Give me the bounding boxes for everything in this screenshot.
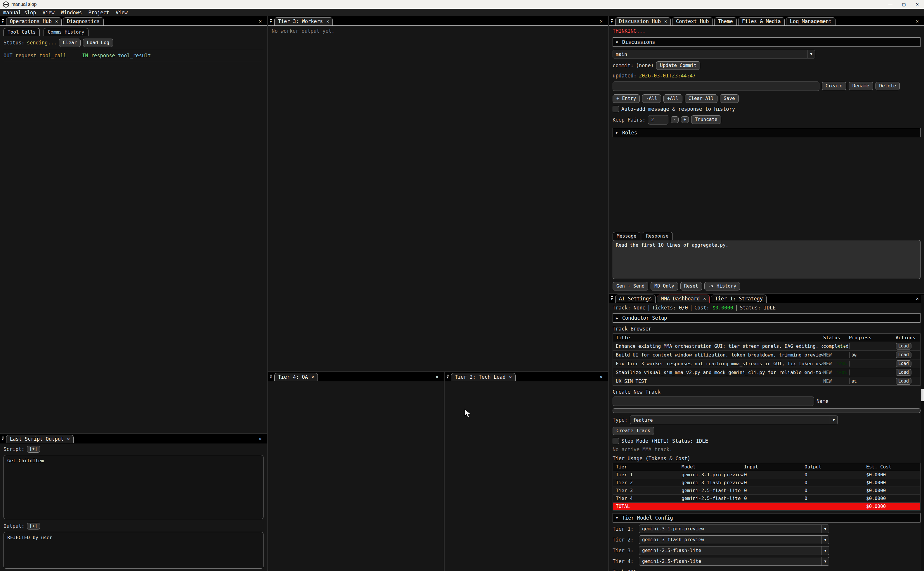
tab-tool-calls[interactable]: Tool Calls — [3, 28, 40, 36]
table-row[interactable]: Stabilize visual_sim_mma_v2.py and mock_… — [613, 368, 920, 377]
tier3-model-select[interactable]: gemini-2.5-flash-lite ▼ — [639, 546, 829, 555]
panel-close-icon[interactable]: ✕ — [433, 374, 441, 380]
menu-item-view[interactable]: View — [39, 10, 58, 15]
tab-message[interactable]: Message — [613, 232, 640, 240]
tab-discussion-hub[interactable]: Discussion Hub ✕ — [615, 17, 671, 25]
new-track-name-input[interactable] — [613, 397, 814, 406]
tab-diagnostics[interactable]: Diagnostics — [63, 17, 104, 25]
tab-operations-hub[interactable]: Operations Hub ✕ — [6, 17, 62, 25]
script-box[interactable]: Get-ChildItem — [3, 455, 263, 519]
tab-close-icon[interactable]: ✕ — [509, 374, 512, 380]
tab-comms-history[interactable]: Comms History — [43, 28, 88, 36]
tab-log-management[interactable]: Log Management — [786, 17, 835, 25]
tier1-model-select[interactable]: gemini-3.1-pro-preview ▼ — [639, 525, 829, 533]
tab-tier1-strategy[interactable]: Tier 1: Strategy — [711, 295, 767, 303]
load-button[interactable]: Load — [896, 360, 912, 367]
discussion-name-input[interactable] — [613, 82, 819, 91]
save-button[interactable]: Save — [720, 94, 739, 103]
dock-menu-icon[interactable]: ▼ — [611, 19, 613, 23]
menu-item-manual-slop[interactable]: manual slop — [0, 10, 39, 15]
dock-menu-icon[interactable]: ▼ — [270, 375, 272, 379]
add-entry-button[interactable]: + Entry — [613, 94, 640, 103]
tab-close-icon[interactable]: ✕ — [326, 19, 329, 24]
load-button[interactable]: Load — [896, 378, 912, 385]
clear-all-button[interactable]: Clear All — [685, 94, 718, 103]
tab-ai-settings[interactable]: AI Settings — [615, 295, 656, 303]
tab-close-icon[interactable]: ✕ — [55, 19, 58, 24]
tier-model-config-header[interactable]: ▼ Tier Model Config — [613, 513, 921, 523]
panel-close-icon[interactable]: ✕ — [256, 436, 265, 442]
dock-menu-icon[interactable]: ▼ — [447, 375, 449, 379]
roles-section-header[interactable]: ▶ Roles — [613, 128, 921, 137]
minimize-button[interactable]: — — [884, 0, 897, 9]
load-button[interactable]: Load — [896, 352, 912, 358]
vertical-scrollbar[interactable] — [921, 295, 924, 570]
maximize-button[interactable]: ▢ — [897, 0, 910, 9]
table-row[interactable]: Build UI for context window utilization,… — [613, 351, 920, 360]
tab-response[interactable]: Response — [642, 232, 673, 240]
step-mode-checkbox[interactable] — [613, 438, 619, 444]
collapse-all-button[interactable]: -All — [642, 94, 661, 103]
panel-close-icon[interactable]: ✕ — [597, 19, 605, 25]
tab-theme[interactable]: Theme — [714, 17, 737, 25]
keep-pairs-minus-button[interactable]: - — [671, 116, 679, 123]
menu-item-project[interactable]: Project — [85, 10, 112, 15]
keep-pairs-plus-button[interactable]: + — [681, 116, 689, 123]
script-expand-button[interactable]: [+] — [27, 446, 40, 453]
expand-all-button[interactable]: +All — [664, 94, 682, 103]
create-button[interactable]: Create — [822, 82, 846, 90]
tab-close-icon[interactable]: ✕ — [703, 296, 706, 301]
autoadd-checkbox[interactable] — [613, 106, 619, 112]
panel-close-icon[interactable]: ✕ — [256, 19, 265, 25]
panel-close-icon[interactable]: ✕ — [913, 296, 922, 302]
md-only-button[interactable]: MD Only — [651, 282, 678, 290]
rename-button[interactable]: Rename — [849, 82, 873, 90]
discussions-section-header[interactable]: ▼ Discussions — [613, 37, 921, 47]
delete-button[interactable]: Delete — [876, 82, 900, 90]
keep-pairs-input[interactable] — [648, 115, 668, 125]
tab-tier4-qa[interactable]: Tier 4: QA ✕ — [274, 373, 318, 381]
close-button[interactable]: ✕ — [910, 0, 924, 9]
to-history-button[interactable]: -> History — [704, 282, 740, 290]
conductor-setup-header[interactable]: ▶ Conductor Setup — [613, 313, 921, 323]
table-row[interactable]: Enhance existing MMA orchestration GUI: … — [613, 342, 920, 351]
panel-close-icon[interactable]: ✕ — [913, 19, 922, 25]
menu-item-windows[interactable]: Windows — [58, 10, 85, 15]
mouse-cursor — [464, 409, 472, 418]
panel-close-icon[interactable]: ✕ — [597, 374, 605, 380]
tab-last-script-output[interactable]: Last Script Output ✕ — [6, 435, 74, 443]
scrollbar-thumb[interactable] — [921, 389, 924, 401]
dock-menu-icon[interactable]: ▼ — [2, 19, 4, 23]
tab-close-icon[interactable]: ✕ — [311, 374, 314, 380]
dock-menu-icon[interactable]: ▼ — [2, 437, 4, 441]
table-row[interactable]: Fix Tier 3 worker responses not reaching… — [613, 360, 920, 368]
tab-tier2-tech-lead[interactable]: Tier 2: Tech Lead ✕ — [451, 373, 516, 381]
dock-menu-icon[interactable]: ▼ — [270, 19, 272, 23]
track-type-select[interactable]: feature ▼ — [630, 415, 838, 424]
dock-menu-icon[interactable]: ▼ — [611, 296, 613, 301]
update-commit-button[interactable]: Update Commit — [656, 61, 700, 70]
menu-item-view2[interactable]: View — [112, 10, 131, 15]
load-log-button[interactable]: Load Log — [83, 39, 113, 47]
clear-button[interactable]: Clear — [59, 39, 81, 47]
create-track-button[interactable]: Create Track — [613, 427, 654, 435]
message-textarea[interactable]: Read the first 10 lines of aggregate.py. — [613, 240, 921, 279]
tier4-model-select[interactable]: gemini-2.5-flash-lite ▼ — [639, 557, 829, 566]
truncate-button[interactable]: Truncate — [691, 116, 721, 124]
output-box[interactable]: REJECTED by user — [3, 532, 263, 569]
load-button[interactable]: Load — [896, 343, 912, 350]
tab-tier3-workers[interactable]: Tier 3: Workers ✕ — [274, 17, 333, 25]
table-row[interactable]: UX_SIM_TEST NEW 0% Load — [613, 377, 920, 386]
output-expand-button[interactable]: [+] — [27, 523, 40, 530]
tab-close-icon[interactable]: ✕ — [67, 436, 70, 441]
tier2-model-select[interactable]: gemini-3-flash-preview ▼ — [639, 536, 829, 544]
tab-mma-dashboard[interactable]: MMA Dashboard ✕ — [657, 295, 710, 303]
tab-context-hub[interactable]: Context Hub — [672, 17, 713, 25]
new-track-description-textarea[interactable] — [613, 408, 921, 413]
load-button[interactable]: Load — [896, 369, 912, 376]
tab-close-icon[interactable]: ✕ — [664, 19, 667, 24]
reset-button[interactable]: Reset — [681, 282, 702, 290]
gen-send-button[interactable]: Gen + Send — [613, 282, 648, 290]
discussion-select[interactable]: main ▼ — [613, 50, 815, 59]
tab-files-media[interactable]: Files & Media — [738, 17, 785, 25]
